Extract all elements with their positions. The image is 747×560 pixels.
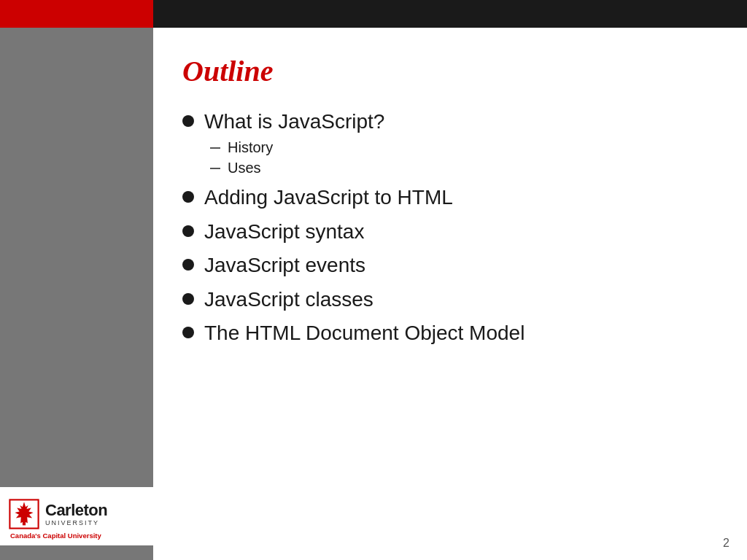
bullet-item-4: JavaScript events xyxy=(182,252,711,279)
logo-area: Carleton UNIVERSITY Canada's Capital Uni… xyxy=(0,487,153,545)
sub-bullet-dash-uses xyxy=(210,168,220,169)
sub-bullet-uses: Uses xyxy=(210,158,711,177)
bullet-list: What is JavaScript? History Uses xyxy=(182,109,711,346)
bullet-item-6: The HTML Document Object Model xyxy=(182,320,711,346)
carleton-text: Carleton UNIVERSITY xyxy=(45,502,107,526)
sub-bullet-label-uses: Uses xyxy=(228,158,261,177)
top-bar-black xyxy=(153,0,747,28)
sidebar: Carleton UNIVERSITY Canada's Capital Uni… xyxy=(0,28,153,560)
bullet-dot-3 xyxy=(182,225,194,237)
bullet-text-6: The HTML Document Object Model xyxy=(204,320,711,346)
bullet-text-1: What is JavaScript? History Uses xyxy=(204,109,711,177)
bullet-text-5: JavaScript classes xyxy=(204,287,711,313)
bullet-dot-6 xyxy=(182,327,194,338)
svg-rect-1 xyxy=(23,521,26,526)
bullet-text-3: JavaScript syntax xyxy=(204,219,711,245)
bullet-dot-2 xyxy=(182,191,194,203)
sub-bullet-dash-history xyxy=(210,147,220,149)
bullet-item-5: JavaScript classes xyxy=(182,287,711,313)
bullet-text-4: JavaScript events xyxy=(204,252,711,279)
bullet-dot-4 xyxy=(182,259,194,271)
carleton-tagline: Canada's Capital University xyxy=(9,532,101,540)
logo-row: Carleton UNIVERSITY xyxy=(9,499,107,529)
page-number: 2 xyxy=(723,537,729,550)
slide-title: Outline xyxy=(182,54,711,88)
content-area: Outline What is JavaScript? History Uses xyxy=(153,28,747,560)
bullet-text-2: Adding JavaScript to HTML xyxy=(204,184,711,211)
carleton-sub: UNIVERSITY xyxy=(45,519,107,526)
bullet-label-1: What is JavaScript? xyxy=(204,110,384,133)
carleton-name: Carleton xyxy=(45,502,107,519)
bullet-item-3: JavaScript syntax xyxy=(182,219,711,245)
bullet-dot-1 xyxy=(182,115,194,127)
sub-bullet-list-1: History Uses xyxy=(210,138,711,177)
bullet-item-2: Adding JavaScript to HTML xyxy=(182,184,711,211)
top-bar xyxy=(0,0,747,28)
maple-leaf-icon xyxy=(9,499,39,529)
bullet-dot-5 xyxy=(182,293,194,305)
bullet-item-1: What is JavaScript? History Uses xyxy=(182,109,711,177)
top-bar-red xyxy=(0,0,153,28)
sub-bullet-label-history: History xyxy=(228,138,273,157)
sub-bullet-history: History xyxy=(210,138,711,157)
main-layout: Carleton UNIVERSITY Canada's Capital Uni… xyxy=(0,28,747,560)
